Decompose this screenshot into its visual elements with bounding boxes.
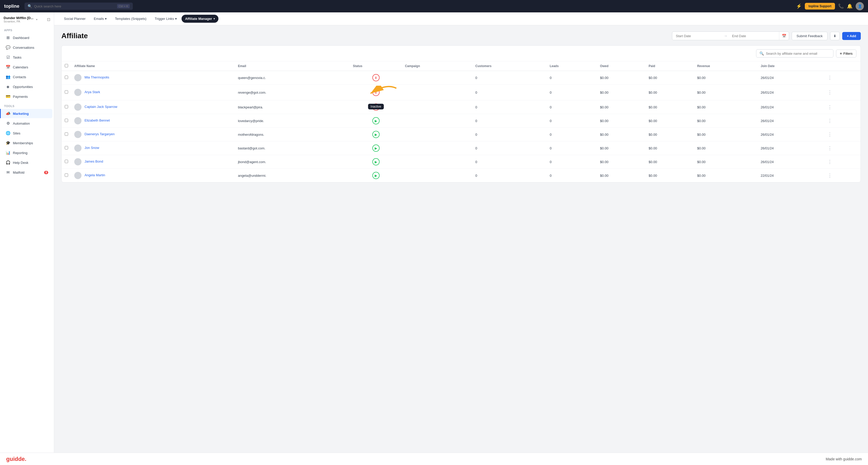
select-all-checkbox[interactable] — [65, 64, 68, 67]
more-actions-button[interactable]: ⋮ — [828, 118, 832, 123]
more-actions-cell: ⋮ — [825, 114, 861, 128]
subnav-social-planner[interactable]: Social Planner — [60, 15, 89, 23]
lightning-icon[interactable]: ⚡ — [796, 3, 802, 9]
affiliate-name-link[interactable]: Angela Martin — [85, 173, 105, 177]
sidebar-item-marketing[interactable]: 📣 Marketing — [0, 109, 52, 118]
owed-cell: $0.00 — [597, 100, 646, 114]
join-date-cell: 26/01/24 — [757, 141, 825, 155]
inactive-status-icon[interactable]: ⏸ — [372, 74, 380, 81]
more-actions-button[interactable]: ⋮ — [828, 159, 832, 164]
paid-cell: $0.00 — [646, 71, 694, 85]
table-row: Angela Martin angela@unddermi. ▶ 0 0 $0.… — [62, 169, 861, 182]
sidebar-item-opportunities[interactable]: ◈ Opportunities — [2, 82, 52, 91]
search-box[interactable]: 🔍 — [756, 49, 833, 58]
row-checkbox[interactable] — [65, 119, 68, 122]
start-date-input[interactable] — [672, 32, 723, 40]
inactive-tooltip: Inactive — [368, 104, 384, 109]
affiliate-name-link[interactable]: Arya Stark — [85, 90, 100, 94]
active-status-icon[interactable]: ▶ — [372, 131, 380, 138]
automation-icon: ⚙ — [6, 121, 10, 126]
campaign-cell — [402, 169, 472, 182]
row-checkbox[interactable] — [65, 105, 68, 108]
sidebar-item-payments[interactable]: 💳 Payments — [2, 92, 52, 101]
bell-icon[interactable]: 🔔 — [847, 3, 852, 9]
table-row: Captain Jack Sparrow blackpearl@pira. ⏸ … — [62, 100, 861, 114]
col-campaign: Campaign — [402, 61, 472, 71]
date-range-picker[interactable]: → 📅 — [672, 31, 789, 40]
row-checkbox[interactable] — [65, 146, 68, 149]
sidebar-item-contacts[interactable]: 👥 Contacts — [2, 72, 52, 82]
support-button[interactable]: topline Support — [805, 3, 835, 9]
sidebar-item-reporting[interactable]: 📊 Reporting — [2, 148, 52, 157]
feedback-button[interactable]: Submit Feedback — [792, 32, 828, 40]
workspace-selector[interactable]: Dunder Mifflin [D... Scranton, PA ▾ ⊡ — [0, 12, 54, 26]
status-highlight[interactable]: ⏸ — [371, 88, 381, 97]
affiliate-name-link[interactable]: James Bond — [85, 159, 103, 163]
subnav-affiliate-manager[interactable]: Affiliate Manager ▾ — [182, 15, 219, 23]
more-actions-button[interactable]: ⋮ — [828, 132, 832, 137]
sidebar-item-dashboard[interactable]: ⊞ Dashboard — [2, 33, 52, 42]
sidebar-item-sites[interactable]: 🌐 Sites — [2, 128, 52, 138]
row-checkbox[interactable] — [65, 133, 68, 136]
sidebar-item-conversations[interactable]: 💬 Conversations — [2, 43, 52, 52]
paid-cell: $0.00 — [646, 114, 694, 128]
customers-cell: 0 — [472, 85, 547, 100]
affiliate-name-link[interactable]: Elizabeth Bennet — [85, 118, 110, 122]
row-checkbox[interactable] — [65, 160, 68, 163]
calendar-icon[interactable]: 📅 — [779, 32, 789, 40]
more-actions-button[interactable]: ⋮ — [828, 105, 832, 110]
sidebar-toggle-icon[interactable]: ⊡ — [47, 17, 50, 22]
sidebar-item-label: Tasks — [13, 56, 22, 59]
download-button[interactable]: ⬇ — [830, 32, 840, 40]
owed-cell: $0.00 — [597, 169, 646, 182]
subnav-trigger-links[interactable]: Trigger Links ▾ — [151, 15, 181, 23]
sidebar-item-label: Help Desk — [13, 161, 28, 165]
main-content: Affiliate → 📅 Submit Feedback ⬇ + Add — [54, 25, 868, 465]
active-status-icon[interactable]: ▶ — [372, 117, 380, 124]
row-checkbox[interactable] — [65, 76, 68, 79]
affiliate-name-link[interactable]: Captain Jack Sparrow — [85, 105, 117, 109]
end-date-input[interactable] — [728, 32, 779, 40]
avatar[interactable]: 👤 — [856, 2, 864, 10]
row-checkbox-cell — [62, 71, 71, 85]
affiliate-search-input[interactable] — [766, 52, 830, 56]
affiliate-name-link[interactable]: Daenerys Targaryen — [85, 132, 115, 136]
search-icon: 🔍 — [760, 51, 764, 56]
guidde-tagline: Made with guidde.com — [826, 457, 862, 461]
sidebar-item-memberships[interactable]: 🎓 Memberships — [2, 138, 52, 148]
download-icon: ⬇ — [833, 34, 836, 38]
affiliate-avatar — [74, 131, 82, 138]
more-actions-button[interactable]: ⋮ — [828, 146, 832, 151]
sidebar-item-calendars[interactable]: 📅 Calendars — [2, 62, 52, 72]
more-actions-button[interactable]: ⋮ — [828, 90, 832, 95]
active-status-icon[interactable]: ▶ — [372, 145, 380, 152]
phone-icon[interactable]: 📞 — [838, 3, 844, 9]
contacts-icon: 👥 — [6, 75, 10, 79]
dashboard-icon: ⊞ — [6, 35, 10, 40]
row-checkbox[interactable] — [65, 90, 68, 94]
table-row: James Bond jbond@agent.com. ▶ 0 0 $0.00 … — [62, 155, 861, 169]
table-row: Jon Snow bastard@got.com. ▶ 0 0 $0.00 $0… — [62, 141, 861, 155]
global-search[interactable]: 🔍 Ctrl + K — [25, 3, 133, 10]
sidebar-item-mailfold[interactable]: ✉ Mailfold 9 — [2, 168, 52, 177]
subnav-emails[interactable]: Emails ▾ — [90, 15, 111, 23]
more-actions-cell: ⋮ — [825, 169, 861, 182]
row-checkbox[interactable] — [65, 173, 68, 177]
more-actions-button[interactable]: ⋮ — [828, 75, 832, 80]
sidebar-item-tasks[interactable]: ☑ Tasks — [2, 53, 52, 62]
add-button[interactable]: + Add — [842, 32, 861, 40]
apps-section-label: Apps — [0, 26, 54, 33]
affiliate-name-link[interactable]: Jon Snow — [85, 146, 99, 150]
subnav-label: Social Planner — [64, 17, 86, 21]
search-input[interactable] — [34, 4, 115, 8]
active-status-icon[interactable]: ▶ — [372, 172, 380, 179]
row-checkbox-cell — [62, 85, 71, 100]
active-status-icon[interactable]: ▶ — [372, 158, 380, 166]
inactive-status-icon[interactable]: ⏸ — [372, 89, 380, 96]
filter-button[interactable]: ≡ Filters — [836, 50, 857, 58]
sidebar-item-automation[interactable]: ⚙ Automation — [2, 119, 52, 128]
more-actions-button[interactable]: ⋮ — [828, 173, 832, 178]
sidebar-item-helpdesk[interactable]: 🎧 Help Desk — [2, 158, 52, 167]
affiliate-name-link[interactable]: Mia Thermopolis — [85, 75, 109, 79]
subnav-templates[interactable]: Templates (Snippets) — [112, 15, 150, 23]
